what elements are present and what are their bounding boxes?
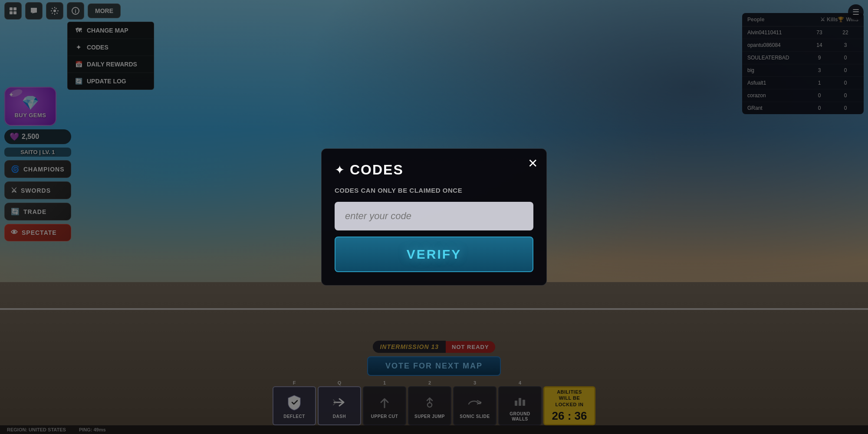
codes-modal: ✦ CODES ✕ CODES CAN ONLY BE CLAIMED ONCE… [321, 148, 547, 286]
modal-sparkle-icon: ✦ [335, 163, 345, 177]
modal-title: CODES [350, 162, 404, 178]
verify-button[interactable]: VERIFY [335, 237, 533, 272]
code-input-field[interactable] [335, 202, 533, 230]
modal-close-button[interactable]: ✕ [528, 158, 538, 170]
modal-overlay: ✦ CODES ✕ CODES CAN ONLY BE CLAIMED ONCE… [0, 0, 868, 434]
modal-header: ✦ CODES [335, 162, 533, 178]
modal-subtitle: CODES CAN ONLY BE CLAIMED ONCE [335, 187, 533, 194]
